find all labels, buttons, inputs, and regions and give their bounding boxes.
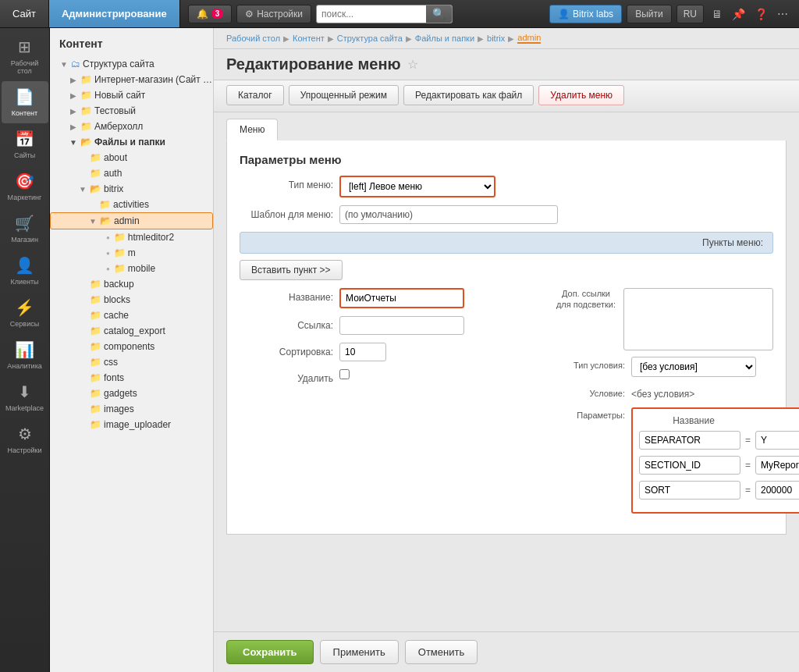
clients-icon: 👤	[15, 256, 34, 275]
param-name-1[interactable]	[639, 431, 740, 450]
apply-button[interactable]: Применить	[320, 640, 399, 664]
save-button[interactable]: Сохранить	[226, 640, 314, 664]
tree-item-catalog-export[interactable]: 📁 catalog_export	[50, 323, 213, 339]
notifications-button[interactable]: 🔔 3	[188, 5, 233, 23]
user-button[interactable]: 👤 Bitrix labs	[549, 5, 622, 23]
tree-item-mobile[interactable]: ● 📁 mobile	[50, 261, 213, 276]
breadcrumb-desktop[interactable]: Рабочий стол	[226, 34, 280, 43]
tab-admin[interactable]: Администрирование	[49, 0, 180, 27]
param-val-1[interactable]	[755, 431, 799, 450]
tree-item-auth[interactable]: 📁 auth	[50, 165, 213, 181]
edit-as-file-button[interactable]: Редактировать как файл	[403, 85, 534, 105]
condition-type-label: Тип условия:	[555, 357, 625, 370]
tree-item-blocks[interactable]: 📁 blocks	[50, 292, 213, 308]
breadcrumb-structure[interactable]: Структура сайта	[337, 34, 403, 43]
sidebar-label-shop: Магазин	[11, 236, 38, 244]
sidebar-item-sites[interactable]: 📅 Сайты	[2, 123, 48, 165]
more-icon[interactable]: ⋯	[774, 5, 791, 23]
delete-menu-button[interactable]: Удалить меню	[538, 85, 624, 105]
delete-checkbox[interactable]	[339, 369, 350, 379]
breadcrumb-admin[interactable]: admin	[517, 33, 541, 44]
condition-type-select[interactable]: [без условия]	[631, 357, 756, 377]
user-icon: 👤	[558, 9, 570, 20]
settings-button[interactable]: ⚙ Настройки	[236, 5, 311, 23]
name-input[interactable]	[339, 288, 464, 308]
tree-item-images[interactable]: 📁 images	[50, 401, 213, 417]
tree-label: bitrix	[104, 183, 123, 194]
sidebar-item-analytics[interactable]: 📊 Аналитика	[2, 334, 48, 376]
dop-links-textarea[interactable]	[623, 288, 773, 350]
delete-label: Удалить	[240, 369, 333, 384]
section-title: Параметры меню	[240, 153, 773, 166]
folder-icon: 📁	[90, 279, 101, 290]
breadcrumb-content[interactable]: Контент	[293, 34, 325, 43]
sidebar-label-marketplace: Marketplace	[5, 404, 44, 412]
tree-item-image-uploader[interactable]: 📁 image_uploader	[50, 417, 213, 432]
sort-input[interactable]	[339, 343, 386, 361]
sidebar-item-desktop[interactable]: ⊞ Рабочий стол	[2, 31, 48, 81]
tree-item-about[interactable]: 📁 about	[50, 150, 213, 165]
param-val-2[interactable]	[755, 456, 799, 475]
tree-item-struktura[interactable]: ▼ 🗂 Структура сайта	[50, 56, 213, 72]
tree-item-m[interactable]: ● 📁 m	[50, 245, 213, 261]
help-icon[interactable]: ❓	[751, 5, 771, 23]
star-icon[interactable]: ☆	[407, 57, 418, 72]
tree-item-backup[interactable]: 📁 backup	[50, 276, 213, 292]
tree-item-files-folders[interactable]: ▼ 📂 Файлы и папки	[50, 134, 213, 150]
breadcrumb-files[interactable]: Файлы и папки	[415, 34, 474, 43]
sidebar-item-marketing[interactable]: 🎯 Маркетинг	[2, 165, 48, 208]
lang-button[interactable]: RU	[676, 5, 704, 23]
tree-item-bitrix[interactable]: ▼ 📂 bitrix	[50, 181, 213, 197]
tree-item-internet-shop[interactable]: ▶ 📁 Интернет-магазин (Сайт по у	[50, 72, 213, 87]
tree-item-components[interactable]: 📁 components	[50, 339, 213, 354]
tree-item-htmleditor2[interactable]: ● 📁 htmleditor2	[50, 229, 213, 245]
tree-label: m	[128, 247, 136, 258]
insert-point-button[interactable]: Вставить пункт >>	[240, 260, 343, 280]
simplified-mode-button[interactable]: Упрощенный режим	[289, 85, 399, 105]
tree-item-fonts[interactable]: 📁 fonts	[50, 370, 213, 386]
tree-label: components	[104, 341, 154, 352]
pin-icon[interactable]: 📌	[729, 5, 748, 23]
menu-type-select[interactable]: [left] Левое меню	[339, 176, 495, 197]
tree-item-amberhole[interactable]: ▶ 📁 Амберхолл	[50, 119, 213, 134]
top-bar-center: 🔔 3 ⚙ Настройки 🔍	[188, 5, 549, 23]
menu-type-label: Тип меню:	[240, 176, 333, 190]
tree-item-new-site[interactable]: ▶ 📁 Новый сайт	[50, 87, 213, 103]
folder-icon: 📁	[90, 419, 101, 430]
sidebar-item-services[interactable]: ⚡ Сервисы	[2, 292, 48, 334]
breadcrumb-sep: ▶	[508, 34, 514, 43]
breadcrumb-bitrix[interactable]: bitrix	[487, 34, 505, 43]
tab-site[interactable]: Сайт	[0, 0, 49, 27]
tree-label: Структура сайта	[83, 59, 154, 69]
link-input[interactable]	[339, 316, 464, 335]
sidebar-item-marketplace[interactable]: ⬇ Marketplace	[2, 376, 48, 418]
name-row: Название:	[240, 288, 542, 308]
monitor-icon[interactable]: 🖥	[708, 5, 726, 23]
tree-item-css[interactable]: 📁 css	[50, 354, 213, 370]
tree-item-cache[interactable]: 📁 cache	[50, 308, 213, 323]
tree-item-gadgets[interactable]: 📁 gadgets	[50, 386, 213, 401]
catalog-button[interactable]: Каталог	[226, 85, 284, 105]
tab-menu[interactable]: Меню	[226, 119, 278, 140]
main-layout: ⊞ Рабочий стол 📄 Контент 📅 Сайты 🎯 Марке…	[0, 28, 799, 672]
tree-item-test[interactable]: ▶ 📁 Тестовый	[50, 103, 213, 119]
sidebar-label-sites: Сайты	[14, 151, 35, 159]
param-name-3[interactable]	[639, 481, 740, 500]
param-name-2[interactable]	[639, 456, 740, 475]
sidebar-item-content[interactable]: 📄 Контент	[2, 81, 48, 123]
tree-item-admin[interactable]: ▼ 📂 admin	[50, 212, 213, 229]
sites-icon: 📅	[15, 130, 34, 148]
search-input[interactable]	[317, 7, 426, 21]
sidebar-item-settings[interactable]: ⚙ Настройки	[2, 418, 48, 460]
cancel-button[interactable]: Отменить	[405, 640, 478, 664]
template-input[interactable]	[339, 205, 558, 224]
sidebar-item-shop[interactable]: 🛒 Магазин	[2, 208, 48, 250]
tree-label: htmleditor2	[128, 232, 174, 243]
folder-icon: 📁	[80, 90, 92, 101]
sidebar-item-clients[interactable]: 👤 Клиенты	[2, 250, 48, 292]
arrow-icon: ▶	[69, 107, 78, 116]
exit-button[interactable]: Выйти	[627, 5, 672, 23]
search-button[interactable]: 🔍	[426, 5, 452, 23]
tree-item-activities[interactable]: 📁 activities	[50, 197, 213, 212]
param-val-3[interactable]	[755, 481, 799, 500]
